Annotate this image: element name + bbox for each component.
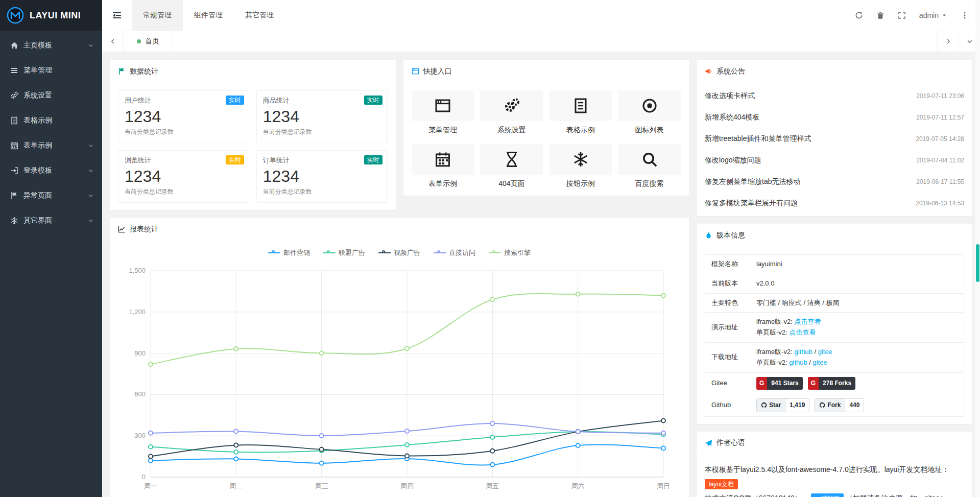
author-line2-prefix: 技术交流QQ群（667810148）： (705, 494, 809, 497)
sidebar-menu: 主页模板菜单管理系统设置表格示例表单示例登录模板异常页面其它界面 (0, 31, 102, 233)
sidebar-item[interactable]: 表格示例 (0, 108, 102, 133)
scrollbar-thumb[interactable] (976, 244, 979, 282)
github-badge[interactable]: Fork440 (815, 398, 864, 412)
version-card-header: 版本信息 (697, 224, 972, 247)
sidebar-item[interactable]: 登录模板 (0, 158, 102, 183)
sidebar-item[interactable]: 菜单管理 (0, 58, 102, 83)
gitee-badge[interactable]: G278 Forks (808, 377, 855, 390)
svg-text:0: 0 (142, 473, 146, 481)
quick-link[interactable]: 菜单管理 (412, 90, 474, 135)
quick-link[interactable]: 表格示例 (549, 90, 612, 135)
legend-label: 视频广告 (394, 248, 420, 257)
stat-badge: 实时 (226, 96, 244, 105)
tab-scroll-right-button[interactable] (937, 31, 959, 52)
stat-badge: 实时 (364, 155, 383, 164)
menu-icon (10, 66, 18, 75)
legend-item[interactable]: 邮件营销 (268, 248, 310, 257)
page-scrollbar[interactable] (975, 0, 980, 497)
gitee-badge[interactable]: G941 Stars (756, 377, 803, 390)
quick-link[interactable]: 图标列表 (618, 90, 681, 135)
quick-link[interactable]: 百度搜索 (618, 144, 681, 188)
report-chart: 周一周二周三周四周五周六周日03006009001,2001,500 (118, 262, 681, 496)
fullscreen-icon[interactable] (898, 11, 906, 19)
version-row-value: Star1,419Fork440 (750, 394, 964, 416)
more-menu-icon[interactable] (961, 11, 969, 19)
announcement-item[interactable]: 修复多模块菜单栏展开有问题2019-06-13 14:53 (705, 193, 964, 214)
version-table-body: 框架名称layuimini当前版本v2.0.0主要特色零门槛 / 响应式 / 清… (705, 255, 964, 417)
caret-down-icon (941, 12, 947, 18)
announcement-item[interactable]: 修改选项卡样式2019-07-11 23:06 (705, 85, 964, 107)
version-row-label: 演示地址 (705, 313, 750, 343)
version-link[interactable]: 点击查看 (789, 328, 816, 336)
clear-cache-icon[interactable] (876, 11, 885, 19)
announcement-date: 2019-07-05 14:28 (916, 135, 964, 143)
svg-text:周四: 周四 (400, 482, 414, 490)
version-link[interactable]: github (794, 348, 812, 356)
announcement-text: 修改选项卡样式 (705, 91, 755, 101)
header-tab[interactable]: 其它管理 (234, 0, 285, 31)
version-row-label: 当前版本 (705, 274, 750, 293)
chart-legend: 邮件营销联盟广告视频广告直接访问搜索引擎 (118, 245, 681, 262)
quick-link[interactable]: 表单示例 (412, 144, 474, 188)
quick-link[interactable]: 系统设置 (480, 90, 543, 135)
sidebar-toggle-button[interactable] (102, 0, 132, 31)
svg-text:周一: 周一 (144, 482, 157, 490)
header-tab[interactable]: 组件管理 (183, 0, 234, 31)
announcement-item[interactable]: 新增treetable插件和菜单管理样式2019-07-05 14:28 (705, 128, 964, 150)
stat-desc: 当前分类总记录数 (125, 187, 243, 196)
legend-item[interactable]: 联盟广告 (323, 248, 365, 257)
sidebar-item[interactable]: 系统设置 (0, 83, 102, 108)
header-tab[interactable]: 常规管理 (132, 0, 183, 31)
user-dropdown[interactable]: admin (919, 11, 947, 19)
stats-grid: 用户统计实时1234当前分类总记录数商品统计实时1234当前分类总记录数浏览统计… (118, 90, 388, 203)
logo[interactable]: LAYUI MINI (0, 0, 102, 31)
sidebar-item-label: 菜单管理 (23, 66, 52, 75)
sidebar-item[interactable]: 异常页面 (0, 183, 102, 208)
window-icon (412, 90, 474, 121)
sidebar-item[interactable]: 表单示例 (0, 133, 102, 158)
sidebar-item-label: 系统设置 (23, 91, 52, 100)
stats-card: 数据统计 用户统计实时1234当前分类总记录数商品统计实时1234当前分类总记录… (110, 60, 396, 210)
quick-entry-card-header: 快捷入口 (403, 60, 689, 83)
report-card-header: 报表统计 (110, 218, 689, 241)
sidebar-item[interactable]: 其它界面 (0, 208, 102, 233)
version-row: 下载地址iframe版-v2: github / gitee单页版-v2: gi… (705, 342, 964, 372)
page-tab-home[interactable]: 首页 (124, 31, 173, 52)
legend-item[interactable]: 直接访问 (434, 248, 475, 257)
legend-item[interactable]: 搜索引擎 (489, 248, 531, 257)
sidebar: LAYUI MINI 主页模板菜单管理系统设置表格示例表单示例登录模板异常页面其… (0, 0, 102, 497)
version-link[interactable]: gitee (818, 348, 832, 356)
refresh-icon[interactable] (855, 11, 863, 19)
quick-link[interactable]: 404页面 (480, 144, 543, 188)
tab-scroll-left-button[interactable] (102, 31, 124, 52)
version-link[interactable]: 点击查看 (794, 318, 821, 325)
layui-doc-badge[interactable]: layui文档 (705, 479, 738, 489)
version-row-value: iframe版-v2: github / gitee单页版-v2: github… (750, 342, 964, 372)
version-row-value: v2.0.0 (750, 274, 964, 293)
version-link[interactable]: gitee (813, 359, 827, 366)
stats-card-header: 数据统计 (110, 60, 396, 83)
version-link[interactable]: github (789, 359, 807, 366)
legend-label: 联盟广告 (339, 248, 365, 257)
announcement-item[interactable]: 新增系统404模板2019-07-11 12:57 (705, 107, 964, 128)
legend-item[interactable]: 视频广告 (378, 248, 420, 257)
sidebar-item[interactable]: 主页模板 (0, 33, 102, 58)
announcement-item[interactable]: 修改logo缩放问题2019-07-04 11:02 (705, 150, 964, 171)
stat-label: 订单统计 (263, 156, 381, 165)
gitee-badge-text: 941 Stars (767, 377, 802, 390)
announcement-date: 2019-07-11 12:57 (916, 114, 964, 121)
qq-group-badge[interactable]: 一键加群 (811, 493, 844, 497)
legend-marker (434, 250, 446, 255)
announcement-item[interactable]: 修复左侧菜单缩放tab无法移动2019-06-17 11:55 (705, 171, 964, 193)
quick-entry-card-title: 快捷入口 (423, 67, 452, 76)
logo-text: LAYUI MINI (30, 10, 81, 21)
version-card-title: 版本信息 (716, 231, 745, 240)
gitee-icon: G (808, 377, 819, 390)
sidebar-item-label: 其它界面 (23, 216, 52, 225)
svg-text:周五: 周五 (486, 482, 499, 490)
quick-link[interactable]: 按钮示例 (549, 144, 612, 188)
github-badge[interactable]: Star1,419 (756, 398, 809, 412)
user-name: admin (919, 11, 939, 19)
chevron-down-icon (88, 143, 94, 149)
announcement-text: 修复多模块菜单栏展开有问题 (705, 199, 798, 208)
